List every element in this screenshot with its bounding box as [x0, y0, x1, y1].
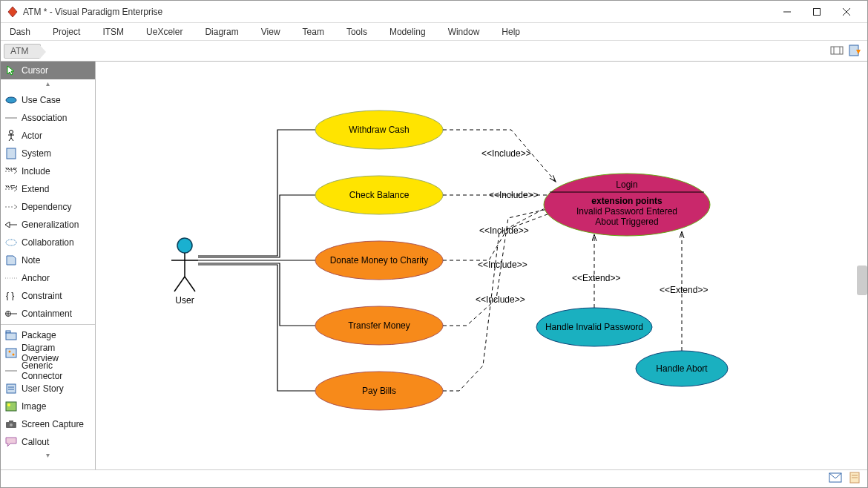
svg-point-11	[10, 131, 13, 134]
svg-text:extension points: extension points	[591, 196, 662, 206]
usecase-invalid[interactable]: Handle Invalid Password	[536, 308, 652, 346]
menu-dash[interactable]: Dash	[10, 27, 30, 37]
palette-collaboration[interactable]: Collaboration	[1, 234, 95, 251]
svg-line-48	[185, 277, 195, 291]
menu-uexceler[interactable]: UeXceler	[146, 27, 183, 37]
svg-text:Withdraw Cash: Withdraw Cash	[349, 125, 409, 135]
tool-palette: Cursor ▴ Use Case Association Actor Syst…	[1, 62, 96, 469]
svg-rect-16	[7, 148, 16, 159]
palette-dependency[interactable]: Dependency	[1, 198, 95, 216]
palette-note[interactable]: Note	[1, 251, 95, 269]
new-diagram-icon[interactable]	[848, 44, 863, 59]
svg-rect-32	[6, 349, 16, 357]
menu-tools[interactable]: Tools	[346, 27, 367, 37]
vertical-scrollbar[interactable]	[857, 266, 867, 295]
usecase-balance[interactable]: Check Balance	[315, 176, 443, 214]
menu-diagram[interactable]: Diagram	[205, 27, 238, 37]
breadcrumb[interactable]: ATM	[4, 44, 41, 59]
palette-generalization[interactable]: Generalization	[1, 216, 95, 234]
containment-icon	[5, 308, 17, 320]
connector-icon	[5, 365, 17, 377]
svg-text:User: User	[175, 295, 194, 306]
svg-text:«i»: «i»	[5, 168, 17, 173]
package-icon	[5, 329, 17, 341]
palette-usecase[interactable]: Use Case	[1, 91, 95, 109]
window-title: ATM * - Visual Paradigm Enterprise	[23, 7, 772, 17]
svg-text:About Triggered: About Triggered	[595, 217, 658, 227]
palette-up-arrow: ▴	[1, 79, 95, 91]
collaboration-icon	[5, 237, 17, 248]
note-icon	[5, 254, 17, 266]
menu-modeling[interactable]: Modeling	[389, 27, 426, 37]
palette-containment[interactable]: Containment	[1, 305, 95, 323]
palette-package[interactable]: Package	[1, 326, 95, 344]
svg-text:{ }: { }	[6, 291, 14, 300]
palette-overview[interactable]: Diagram Overview	[1, 344, 95, 362]
svg-text:Donate Money to Charity: Donate Money to Charity	[330, 255, 429, 266]
include-label: <<Include>>	[476, 294, 525, 305]
actor-associations	[198, 130, 315, 391]
palette-down-arrow: ▾	[1, 451, 95, 463]
extend-label: <<Extend>>	[572, 273, 620, 283]
menu-view[interactable]: View	[261, 27, 280, 37]
svg-rect-4	[831, 47, 843, 54]
menu-team[interactable]: Team	[303, 27, 324, 37]
palette-system[interactable]: System	[1, 145, 95, 162]
usecase-bills[interactable]: Pay Bills	[315, 372, 443, 410]
menu-help[interactable]: Help	[502, 27, 520, 37]
svg-line-14	[9, 138, 11, 141]
palette-extend[interactable]: «e»Extend	[1, 180, 95, 198]
palette-image[interactable]: Image	[1, 398, 95, 415]
menubar: Dash Project ITSM UeXceler Diagram View …	[1, 23, 867, 41]
mail-icon[interactable]	[829, 472, 842, 485]
palette-anchor[interactable]: Anchor	[1, 269, 95, 287]
dependency-icon	[5, 201, 17, 213]
palette-association[interactable]: Association	[1, 109, 95, 127]
include-icon: «i»	[5, 165, 17, 177]
palette-capture[interactable]: Screen Capture	[1, 415, 95, 433]
usecase-icon	[5, 94, 17, 106]
svg-point-34	[13, 354, 15, 356]
svg-rect-31	[6, 333, 16, 340]
menu-window[interactable]: Window	[448, 27, 480, 37]
maximize-button[interactable]	[802, 1, 832, 23]
palette-userstory[interactable]: User Story	[1, 380, 95, 398]
palette-cursor[interactable]: Cursor	[1, 62, 95, 79]
system-icon	[5, 148, 17, 159]
document-icon[interactable]	[849, 472, 860, 486]
actor-icon	[5, 130, 17, 142]
usecase-abort[interactable]: Handle Abort	[636, 351, 728, 386]
include-label: <<Include>>	[489, 190, 539, 200]
palette-actor[interactable]: Actor	[1, 127, 95, 145]
diagram-canvas[interactable]: User Withdraw Cash Check Balance Donate …	[96, 62, 867, 469]
constraint-icon: { }	[5, 290, 17, 302]
overview-icon	[5, 347, 17, 359]
include-label: <<Include>>	[481, 148, 531, 159]
svg-text:Invalid Password Entered: Invalid Password Entered	[576, 206, 677, 217]
extend-label: <<Extend>>	[660, 285, 708, 295]
svg-text:Handle Abort: Handle Abort	[656, 363, 708, 374]
usecase-transfer[interactable]: Transfer Money	[315, 306, 443, 345]
extend-icon: «e»	[5, 183, 17, 195]
svg-point-43	[10, 423, 13, 426]
palette-callout[interactable]: Callout	[1, 433, 95, 451]
menu-project[interactable]: Project	[53, 27, 80, 37]
association-icon	[5, 112, 17, 124]
close-button[interactable]	[832, 1, 861, 23]
usecase-login[interactable]: Login extension points Invalid Password …	[544, 174, 710, 236]
usecase-withdraw[interactable]: Withdraw Cash	[315, 111, 443, 149]
actor-user[interactable]: User	[171, 238, 198, 306]
svg-text:Transfer Money: Transfer Money	[348, 320, 410, 331]
diagram-svg: User Withdraw Cash Check Balance Donate …	[96, 62, 867, 469]
layout-icon[interactable]	[830, 44, 845, 59]
app-icon	[7, 6, 19, 18]
include-label: <<Include>>	[479, 225, 529, 236]
palette-constraint[interactable]: { }Constraint	[1, 287, 95, 305]
titlebar: ATM * - Visual Paradigm Enterprise	[1, 1, 867, 23]
usecase-donate[interactable]: Donate Money to Charity	[315, 241, 443, 280]
palette-connector[interactable]: Generic Connector	[1, 362, 95, 380]
callout-icon	[5, 436, 17, 448]
minimize-button[interactable]	[772, 1, 802, 23]
menu-itsm[interactable]: ITSM	[102, 27, 124, 37]
palette-include[interactable]: «i»Include	[1, 162, 95, 180]
